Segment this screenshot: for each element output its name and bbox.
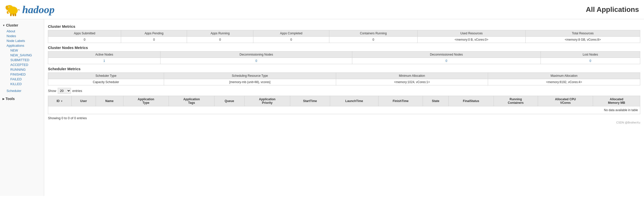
col-lost-nodes: Lost Nodes	[541, 52, 640, 58]
th-allocated-cpu: Allocated CPUVCores	[538, 96, 593, 106]
cluster-metrics-title: Cluster Metrics	[48, 24, 640, 29]
val-active-nodes: 1	[48, 58, 160, 64]
sidebar: ▼ Cluster About Nodes Node Labels Applic…	[0, 19, 44, 196]
val-decommissioned-nodes: 0	[352, 58, 541, 64]
no-data-cell: No data available in table	[48, 106, 640, 114]
entries-label: entries	[72, 89, 82, 93]
svg-rect-6	[13, 14, 14, 16]
tools-section-header[interactable]: ▶ Tools	[0, 95, 44, 102]
val-apps-completed: 0	[253, 37, 329, 43]
lost-nodes-link[interactable]: 0	[589, 59, 591, 63]
cluster-label: Cluster	[6, 23, 18, 27]
val-total-resources: <memory:8 GB, vCores:8>	[525, 37, 640, 43]
col-active-nodes: Active Nodes	[48, 52, 160, 58]
id-sort-icon: ▼	[61, 100, 63, 103]
show-entries-row: Show 10 20 25 50 100 entries	[48, 88, 640, 94]
th-allocated-memory: AllocatedMemory MB	[593, 96, 640, 106]
th-running-containers: RunningContainers	[494, 96, 538, 106]
applications-data-table: ID ▼ User Name ApplicationType Applicati…	[48, 96, 640, 114]
sidebar-links: About Nodes Node Labels Applications	[0, 29, 44, 48]
val-scheduling-resource-type: [memory-mb (unit=Mi), vcores]	[164, 79, 336, 85]
sidebar-item-new-saving[interactable]: NEW_SAVING	[9, 53, 44, 58]
sidebar-item-new[interactable]: NEW	[9, 48, 44, 53]
sidebar-item-killed[interactable]: KILLED	[9, 82, 44, 86]
cluster-nodes-metrics-table: Active Nodes Decommissioning Nodes Decom…	[48, 51, 640, 64]
th-queue: Queue	[214, 96, 244, 106]
th-launch-time: LaunchTime	[330, 96, 379, 106]
sidebar-scheduler-link: Scheduler	[0, 88, 44, 93]
layout: ▼ Cluster About Nodes Node Labels Applic…	[0, 19, 644, 196]
svg-point-8	[6, 6, 8, 9]
scheduler-metrics-title: Scheduler Metrics	[48, 67, 640, 71]
val-scheduler-type: Capacity Scheduler	[48, 79, 164, 85]
cluster-metrics-table: Apps Submitted Apps Pending Apps Running…	[48, 30, 640, 43]
col-scheduling-resource-type: Scheduling Resource Type	[164, 73, 336, 79]
sidebar-item-scheduler[interactable]: Scheduler	[5, 88, 44, 93]
show-label: Show	[48, 89, 56, 93]
col-total-resources: Total Resources	[525, 30, 640, 37]
col-containers-running: Containers Running	[329, 30, 417, 37]
tools-label: Tools	[6, 97, 15, 101]
col-decommissioned-nodes: Decommissioned Nodes	[352, 52, 541, 58]
th-application-priority: ApplicationPriority	[245, 96, 290, 106]
val-decommissioning-nodes: 0	[160, 58, 352, 64]
val-maximum-allocation: <memory:8192, vCores:4>	[488, 79, 640, 85]
val-minimum-allocation: <memory:1024, vCores:1>	[336, 79, 488, 85]
col-apps-completed: Apps Completed	[253, 30, 329, 37]
col-minimum-allocation: Minimum Allocation	[336, 73, 488, 79]
sidebar-item-running[interactable]: RUNNING	[9, 67, 44, 72]
no-data-row: No data available in table	[48, 106, 640, 114]
th-application-tags: ApplicationTags	[169, 96, 214, 106]
svg-rect-7	[15, 14, 16, 16]
sidebar-item-finished[interactable]: FINISHED	[9, 72, 44, 77]
col-used-resources: Used Resources	[417, 30, 525, 37]
header: hadoop All Applications	[0, 0, 644, 19]
th-state: State	[423, 96, 448, 106]
val-used-resources: <memory:0 B, vCores:0>	[417, 37, 525, 43]
th-application-type: ApplicationType	[123, 96, 169, 106]
val-apps-submitted: 0	[48, 37, 121, 43]
val-lost-nodes: 0	[541, 58, 640, 64]
tools-arrow-icon: ▶	[3, 97, 5, 100]
sidebar-item-submitted[interactable]: SUBMITTED	[9, 58, 44, 62]
cluster-nodes-metrics-title: Cluster Nodes Metrics	[48, 45, 640, 50]
entries-select[interactable]: 10 20 25 50 100	[58, 88, 71, 94]
scheduler-metrics-table: Scheduler Type Scheduling Resource Type …	[48, 72, 640, 85]
sidebar-item-nodes[interactable]: Nodes	[5, 34, 44, 38]
sidebar-app-sub-links: NEW NEW_SAVING SUBMITTED ACCEPTED RUNNIN…	[0, 48, 44, 86]
active-nodes-link[interactable]: 1	[103, 59, 105, 63]
val-containers-running: 0	[329, 37, 417, 43]
col-scheduler-type: Scheduler Type	[48, 73, 164, 79]
col-apps-running: Apps Running	[187, 30, 253, 37]
th-name: Name	[96, 96, 123, 106]
svg-point-4	[8, 7, 9, 7]
hadoop-logo-icon	[5, 3, 20, 16]
sidebar-item-about[interactable]: About	[5, 29, 44, 34]
col-apps-submitted: Apps Submitted	[48, 30, 121, 37]
val-apps-running: 0	[187, 37, 253, 43]
val-apps-pending: 0	[121, 37, 187, 43]
logo-area: hadoop	[5, 3, 55, 16]
col-decommissioning-nodes: Decommissioning Nodes	[160, 52, 352, 58]
decommissioning-nodes-link[interactable]: 0	[255, 59, 257, 63]
th-final-status: FinalStatus	[448, 96, 494, 106]
th-start-time: StartTime	[290, 96, 330, 106]
th-user: User	[71, 96, 96, 106]
cluster-section-header[interactable]: ▼ Cluster	[0, 22, 44, 29]
decommissioned-nodes-link[interactable]: 0	[446, 59, 447, 63]
sidebar-item-applications[interactable]: Applications	[5, 43, 44, 48]
th-id[interactable]: ID ▼	[48, 96, 72, 106]
sidebar-item-node-labels[interactable]: Node Labels	[5, 38, 44, 43]
watermark: CSDN @BrotherXu	[48, 121, 640, 124]
svg-rect-5	[10, 14, 12, 16]
sidebar-item-accepted[interactable]: ACCEPTED	[9, 62, 44, 67]
th-finish-time: FinishTime	[379, 96, 423, 106]
showing-text: Showing 0 to 0 of 0 entries	[48, 116, 640, 120]
col-apps-pending: Apps Pending	[121, 30, 187, 37]
page-title: All Applications	[586, 6, 639, 14]
col-maximum-allocation: Maximum Allocation	[488, 73, 640, 79]
main-content: Cluster Metrics Apps Submitted Apps Pend…	[44, 19, 644, 196]
cluster-arrow-icon: ▼	[3, 24, 5, 27]
logo-text: hadoop	[22, 4, 55, 16]
sidebar-item-failed[interactable]: FAILED	[9, 77, 44, 82]
